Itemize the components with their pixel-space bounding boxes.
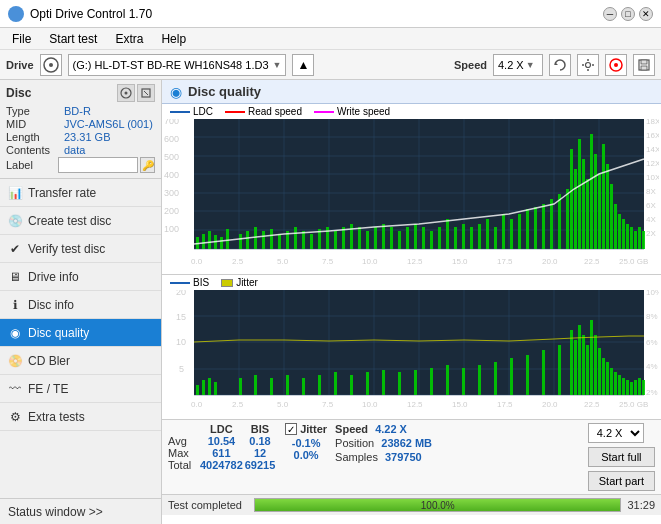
svg-rect-41 bbox=[246, 231, 249, 249]
disc-label-row: Label 🔑 bbox=[6, 157, 155, 173]
nav-create-test-disc[interactable]: 💿 Create test disc bbox=[0, 207, 161, 235]
save-button[interactable] bbox=[633, 54, 655, 76]
svg-text:8%: 8% bbox=[646, 312, 658, 321]
menu-file[interactable]: File bbox=[4, 30, 39, 48]
nav-transfer-rate[interactable]: 📊 Transfer rate bbox=[0, 179, 161, 207]
svg-rect-71 bbox=[486, 219, 489, 249]
svg-text:600: 600 bbox=[164, 134, 179, 144]
bis-legend-color bbox=[170, 282, 190, 284]
stats-table: LDC BIS Avg 10.54 0.18 Max 611 12 Tota bbox=[168, 423, 277, 471]
svg-text:2.5: 2.5 bbox=[232, 257, 244, 266]
drive-bar: Drive (G:) HL-DT-ST BD-RE WH16NS48 1.D3 … bbox=[0, 50, 661, 80]
nav-cd-bler[interactable]: 📀 CD Bler bbox=[0, 347, 161, 375]
svg-rect-63 bbox=[422, 227, 425, 249]
disc-label-input[interactable] bbox=[58, 157, 138, 173]
refresh-button[interactable] bbox=[549, 54, 571, 76]
max-label: Max bbox=[168, 447, 200, 459]
jitter-checkbox[interactable]: ✓ bbox=[285, 423, 297, 435]
maximize-button[interactable]: □ bbox=[621, 7, 635, 21]
ldc-chart-area: LDC Read speed Write speed bbox=[162, 104, 661, 274]
eject-button[interactable]: ▲ bbox=[292, 54, 314, 76]
svg-rect-158 bbox=[430, 368, 433, 395]
svg-rect-97 bbox=[630, 227, 633, 249]
drive-select[interactable]: (G:) HL-DT-ST BD-RE WH16NS48 1.D3 ▼ bbox=[68, 54, 287, 76]
svg-text:300: 300 bbox=[164, 188, 179, 198]
svg-rect-180 bbox=[622, 378, 625, 395]
avg-jitter-value: -0.1% bbox=[285, 437, 327, 449]
action-area: 4.2 X 2.0 X 4.0 X Start full Start part bbox=[588, 423, 655, 491]
nav-fe-te[interactable]: 〰 FE / TE bbox=[0, 375, 161, 403]
speed-select[interactable]: 4.2 X ▼ bbox=[493, 54, 543, 76]
app-title: Opti Drive Control 1.70 bbox=[30, 7, 152, 21]
svg-rect-11 bbox=[641, 60, 647, 64]
svg-rect-150 bbox=[302, 378, 305, 395]
nav-disc-info[interactable]: ℹ Disc info bbox=[0, 291, 161, 319]
start-full-button[interactable]: Start full bbox=[588, 447, 655, 467]
svg-rect-148 bbox=[270, 378, 273, 395]
disc-quality-header-icon: ◉ bbox=[170, 84, 182, 100]
content-area: ◉ Disc quality LDC Read speed Write spee… bbox=[162, 80, 661, 524]
svg-text:12X: 12X bbox=[646, 159, 659, 168]
svg-rect-62 bbox=[414, 224, 417, 249]
svg-rect-43 bbox=[262, 231, 265, 249]
disc-length-value: 23.31 GB bbox=[64, 131, 110, 143]
menu-help[interactable]: Help bbox=[153, 30, 194, 48]
title-bar-controls[interactable]: ─ □ ✕ bbox=[603, 7, 653, 21]
nav-extra-tests[interactable]: ⚙ Extra tests bbox=[0, 403, 161, 431]
svg-rect-159 bbox=[446, 365, 449, 395]
svg-rect-164 bbox=[526, 355, 529, 395]
ldc-legend-color bbox=[170, 111, 190, 113]
svg-rect-96 bbox=[626, 224, 629, 249]
status-window-button[interactable]: Status window >> bbox=[0, 498, 161, 524]
nav-disc-quality[interactable]: ◉ Disc quality bbox=[0, 319, 161, 347]
svg-rect-49 bbox=[310, 234, 313, 249]
svg-rect-72 bbox=[494, 227, 497, 249]
disc-label-btn[interactable]: 🔑 bbox=[140, 157, 155, 173]
nav-drive-info[interactable]: 🖥 Drive info bbox=[0, 263, 161, 291]
settings-button[interactable] bbox=[577, 54, 599, 76]
menu-extra[interactable]: Extra bbox=[107, 30, 151, 48]
close-button[interactable]: ✕ bbox=[639, 7, 653, 21]
svg-rect-183 bbox=[634, 380, 637, 395]
menu-start-test[interactable]: Start test bbox=[41, 30, 105, 48]
disc-button[interactable] bbox=[605, 54, 627, 76]
nav-extra-tests-label: Extra tests bbox=[28, 410, 85, 424]
svg-rect-95 bbox=[622, 219, 625, 249]
svg-point-1 bbox=[49, 63, 53, 67]
svg-rect-154 bbox=[366, 372, 369, 395]
svg-rect-172 bbox=[590, 320, 593, 395]
jitter-label: Jitter bbox=[300, 423, 327, 435]
avg-label: Avg bbox=[168, 435, 200, 447]
svg-rect-144 bbox=[208, 378, 211, 395]
progress-track: 100.0% bbox=[254, 498, 621, 512]
minimize-button[interactable]: ─ bbox=[603, 7, 617, 21]
svg-text:18X: 18X bbox=[646, 119, 659, 126]
svg-text:22.5: 22.5 bbox=[584, 257, 600, 266]
legend-jitter: Jitter bbox=[221, 277, 258, 288]
svg-rect-80 bbox=[558, 194, 561, 249]
svg-rect-54 bbox=[350, 224, 353, 249]
svg-rect-73 bbox=[502, 214, 505, 249]
nav-verify-test-disc[interactable]: ✔ Verify test disc bbox=[0, 235, 161, 263]
svg-rect-52 bbox=[334, 231, 337, 249]
disc-type-label: Type bbox=[6, 105, 64, 117]
nav-verify-test-disc-label: Verify test disc bbox=[28, 242, 105, 256]
svg-rect-86 bbox=[586, 179, 589, 249]
main-layout: Disc Type BD-R MID JVC-AMS6L (001) bbox=[0, 80, 661, 524]
svg-rect-166 bbox=[558, 345, 561, 395]
avg-bis-value: 0.18 bbox=[243, 435, 277, 447]
disc-icon-2[interactable] bbox=[137, 84, 155, 102]
disc-icon-1[interactable] bbox=[117, 84, 135, 102]
speed-info-value: 4.22 X bbox=[375, 423, 407, 435]
svg-rect-66 bbox=[446, 219, 449, 249]
svg-rect-74 bbox=[510, 219, 513, 249]
read-legend-label: Read speed bbox=[248, 106, 302, 117]
ldc-chart-svg: 700 600 500 400 300 200 100 18X 16X 14X … bbox=[164, 119, 659, 267]
svg-rect-178 bbox=[614, 372, 617, 395]
svg-rect-89 bbox=[598, 174, 601, 249]
speed-dropdown[interactable]: 4.2 X 2.0 X 4.0 X bbox=[588, 423, 644, 443]
content-header: ◉ Disc quality bbox=[162, 80, 661, 104]
start-part-button[interactable]: Start part bbox=[588, 471, 655, 491]
svg-rect-56 bbox=[366, 231, 369, 249]
svg-rect-173 bbox=[594, 335, 597, 395]
